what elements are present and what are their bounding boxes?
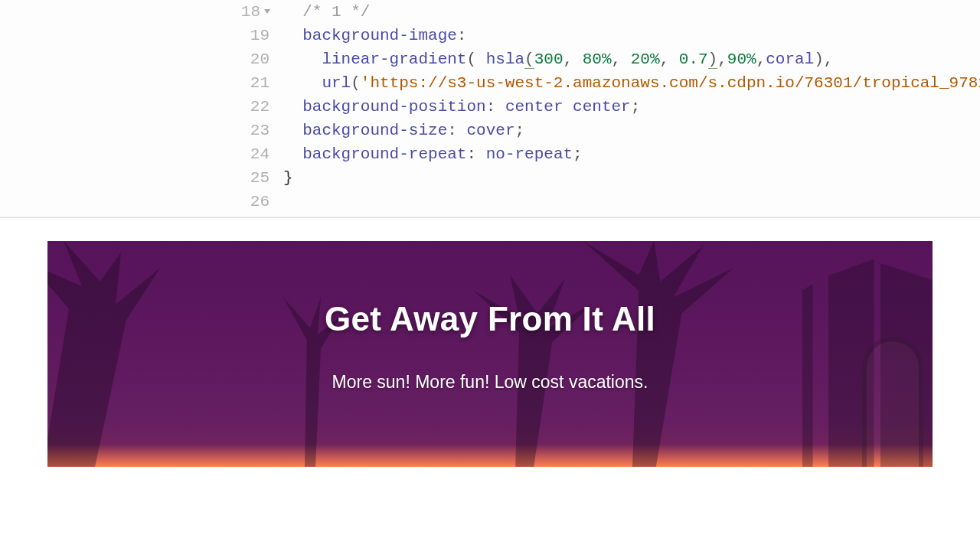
- line-number: 26: [0, 190, 283, 214]
- hero-banner: Get Away From It All More sun! More fun!…: [47, 241, 933, 467]
- hero-title: Get Away From It All: [325, 300, 655, 338]
- line-number: 19: [0, 24, 283, 47]
- code-content[interactable]: background-size: cover;: [283, 119, 980, 142]
- code-content[interactable]: background-repeat: no-repeat;: [283, 142, 980, 166]
- line-number: 18: [0, 0, 283, 24]
- code-content[interactable]: [283, 190, 980, 214]
- code-line[interactable]: 21 url('https://s3-us-west-2.amazonaws.c…: [0, 71, 980, 95]
- code-editor[interactable]: 18 /* 1 */19 background-image:20 linear-…: [0, 0, 980, 217]
- line-number: 24: [0, 142, 283, 166]
- code-line[interactable]: 24 background-repeat: no-repeat;: [0, 142, 980, 166]
- line-number: 20: [0, 47, 283, 71]
- code-line[interactable]: 18 /* 1 */: [0, 0, 980, 24]
- preview-pane: Get Away From It All More sun! More fun!…: [0, 218, 980, 551]
- code-line[interactable]: 19 background-image:: [0, 24, 980, 47]
- code-content[interactable]: linear-gradient( hsla(300, 80%, 20%, 0.7…: [283, 47, 980, 71]
- line-number: 22: [0, 95, 283, 119]
- code-line[interactable]: 25}: [0, 166, 980, 190]
- code-content[interactable]: background-position: center center;: [283, 95, 980, 119]
- hero-subtitle: More sun! More fun! Low cost vacations.: [332, 372, 648, 393]
- code-content[interactable]: background-image:: [283, 24, 980, 47]
- line-number: 21: [0, 71, 283, 95]
- code-line[interactable]: 20 linear-gradient( hsla(300, 80%, 20%, …: [0, 47, 980, 71]
- code-line[interactable]: 22 background-position: center center;: [0, 95, 980, 119]
- line-number: 23: [0, 119, 283, 142]
- hero-silhouettes: [47, 241, 933, 467]
- code-content[interactable]: url('https://s3-us-west-2.amazonaws.com/…: [283, 71, 980, 95]
- fold-icon[interactable]: [264, 9, 270, 14]
- line-number: 25: [0, 166, 283, 190]
- code-content[interactable]: }: [283, 166, 980, 190]
- code-content[interactable]: /* 1 */: [283, 0, 980, 24]
- code-line[interactable]: 26: [0, 190, 980, 214]
- code-line[interactable]: 23 background-size: cover;: [0, 119, 980, 142]
